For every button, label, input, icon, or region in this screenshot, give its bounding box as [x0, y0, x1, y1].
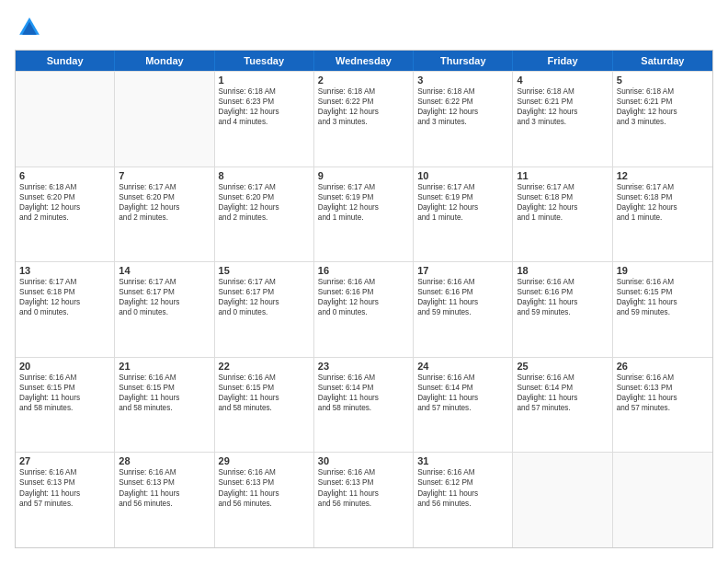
cell-info-line: Sunset: 6:23 PM	[219, 97, 310, 107]
cell-info-line: and 2 minutes.	[219, 213, 310, 223]
cell-info-line: Sunset: 6:17 PM	[119, 287, 210, 297]
cell-info-line: and 3 minutes.	[517, 117, 608, 127]
day-number: 28	[119, 455, 210, 466]
cell-info-line: and 3 minutes.	[617, 117, 709, 127]
weekday-header-friday: Friday	[513, 51, 612, 71]
cell-info-line: Sunset: 6:17 PM	[219, 287, 310, 297]
day-number: 20	[19, 361, 110, 372]
cell-info-line: and 57 minutes.	[19, 499, 110, 509]
cell-info-line: Sunset: 6:14 PM	[517, 383, 608, 393]
cell-info-line: Sunset: 6:15 PM	[219, 383, 310, 393]
day-number: 26	[617, 361, 709, 372]
cal-cell: 27Sunrise: 6:16 AMSunset: 6:13 PMDayligh…	[16, 453, 115, 547]
cell-info-line: Daylight: 11 hours	[219, 393, 310, 403]
cell-info-line: Daylight: 11 hours	[517, 297, 608, 307]
cell-info-line: Sunrise: 6:17 AM	[417, 182, 508, 192]
day-number: 23	[318, 361, 409, 372]
day-number: 16	[318, 265, 409, 276]
weekday-header-thursday: Thursday	[414, 51, 513, 71]
day-number: 29	[219, 455, 310, 466]
cell-info-line: Sunrise: 6:18 AM	[617, 86, 709, 97]
day-number: 4	[517, 75, 608, 86]
cell-info-line: Daylight: 11 hours	[417, 488, 508, 499]
cal-cell: 17Sunrise: 6:16 AMSunset: 6:16 PMDayligh…	[414, 262, 513, 357]
cal-cell: 26Sunrise: 6:16 AMSunset: 6:13 PMDayligh…	[613, 358, 712, 453]
cell-info-line: Sunrise: 6:16 AM	[417, 373, 508, 383]
cal-cell: 1Sunrise: 6:18 AMSunset: 6:23 PMDaylight…	[215, 72, 314, 167]
day-number: 6	[19, 170, 110, 181]
cal-cell	[115, 72, 214, 167]
cell-info-line: and 2 minutes.	[19, 213, 110, 223]
cell-info-line: and 57 minutes.	[517, 403, 608, 413]
cell-info-line: Sunset: 6:13 PM	[219, 477, 310, 488]
cal-cell: 28Sunrise: 6:16 AMSunset: 6:13 PMDayligh…	[115, 453, 214, 547]
cell-info-line: Daylight: 12 hours	[417, 202, 508, 213]
calendar-header: SundayMondayTuesdayWednesdayThursdayFrid…	[16, 51, 712, 71]
cell-info-line: and 3 minutes.	[318, 117, 409, 127]
day-number: 8	[219, 170, 310, 181]
cell-info-line: Sunset: 6:14 PM	[417, 383, 508, 393]
cell-info-line: Sunrise: 6:18 AM	[19, 182, 110, 192]
day-number: 12	[617, 170, 709, 181]
cell-info-line: Sunrise: 6:17 AM	[517, 182, 608, 192]
day-number: 10	[417, 170, 508, 181]
cell-info-line: and 58 minutes.	[19, 403, 110, 413]
cell-info-line: and 56 minutes.	[119, 499, 210, 509]
cell-info-line: and 58 minutes.	[119, 403, 210, 413]
cell-info-line: Sunrise: 6:16 AM	[417, 467, 508, 477]
cell-info-line: Daylight: 11 hours	[119, 393, 210, 403]
cell-info-line: and 1 minute.	[318, 213, 409, 223]
cell-info-line: Daylight: 11 hours	[517, 393, 608, 403]
day-number: 14	[119, 265, 210, 276]
cell-info-line: Sunset: 6:22 PM	[417, 97, 508, 107]
day-number: 18	[517, 265, 608, 276]
cell-info-line: and 59 minutes.	[617, 307, 709, 317]
logo-icon	[17, 15, 42, 40]
cell-info-line: and 1 minute.	[517, 213, 608, 223]
cell-info-line: and 59 minutes.	[417, 307, 508, 317]
cell-info-line: Sunset: 6:13 PM	[119, 477, 210, 488]
cell-info-line: Daylight: 11 hours	[417, 393, 508, 403]
cell-info-line: Sunset: 6:16 PM	[318, 287, 409, 297]
cell-info-line: Sunrise: 6:17 AM	[318, 182, 409, 192]
logo	[15, 15, 42, 40]
cal-cell: 5Sunrise: 6:18 AMSunset: 6:21 PMDaylight…	[613, 72, 712, 167]
cell-info-line: Daylight: 12 hours	[219, 107, 310, 117]
cell-info-line: Sunset: 6:12 PM	[417, 477, 508, 488]
cell-info-line: and 3 minutes.	[417, 117, 508, 127]
cell-info-line: and 56 minutes.	[417, 499, 508, 509]
cal-cell: 18Sunrise: 6:16 AMSunset: 6:16 PMDayligh…	[513, 262, 612, 357]
cal-cell: 24Sunrise: 6:16 AMSunset: 6:14 PMDayligh…	[414, 358, 513, 453]
cell-info-line: and 2 minutes.	[119, 213, 210, 223]
cell-info-line: Sunset: 6:18 PM	[19, 287, 110, 297]
cell-info-line: Sunrise: 6:16 AM	[318, 373, 409, 383]
weekday-header-wednesday: Wednesday	[314, 51, 414, 71]
cal-cell: 8Sunrise: 6:17 AMSunset: 6:20 PMDaylight…	[215, 167, 314, 262]
cell-info-line: Sunrise: 6:17 AM	[617, 182, 709, 192]
day-number: 7	[119, 170, 210, 181]
cell-info-line: Daylight: 11 hours	[617, 297, 709, 307]
cell-info-line: and 1 minute.	[617, 213, 709, 223]
cell-info-line: Daylight: 11 hours	[219, 488, 310, 499]
cell-info-line: Sunset: 6:20 PM	[19, 192, 110, 202]
cal-cell: 11Sunrise: 6:17 AMSunset: 6:18 PMDayligh…	[513, 167, 612, 262]
day-number: 31	[417, 455, 508, 466]
cal-cell: 6Sunrise: 6:18 AMSunset: 6:20 PMDaylight…	[16, 167, 115, 262]
weekday-header-saturday: Saturday	[613, 51, 712, 71]
day-number: 21	[119, 361, 210, 372]
weekday-header-sunday: Sunday	[16, 51, 115, 71]
cell-info-line: Sunset: 6:21 PM	[617, 97, 709, 107]
cell-info-line: Sunset: 6:15 PM	[617, 287, 709, 297]
cell-info-line: Sunrise: 6:17 AM	[219, 182, 310, 192]
cell-info-line: Sunrise: 6:16 AM	[417, 277, 508, 287]
cell-info-line: Sunrise: 6:16 AM	[119, 373, 210, 383]
cell-info-line: Sunrise: 6:16 AM	[219, 373, 310, 383]
cell-info-line: Sunrise: 6:16 AM	[617, 373, 709, 383]
cell-info-line: Daylight: 11 hours	[318, 488, 409, 499]
cal-cell: 29Sunrise: 6:16 AMSunset: 6:13 PMDayligh…	[215, 453, 314, 547]
cell-info-line: Daylight: 12 hours	[19, 297, 110, 307]
cell-info-line: Daylight: 12 hours	[517, 202, 608, 213]
cell-info-line: Daylight: 11 hours	[19, 488, 110, 499]
cell-info-line: Sunrise: 6:18 AM	[219, 86, 310, 97]
cell-info-line: Sunset: 6:13 PM	[19, 477, 110, 488]
